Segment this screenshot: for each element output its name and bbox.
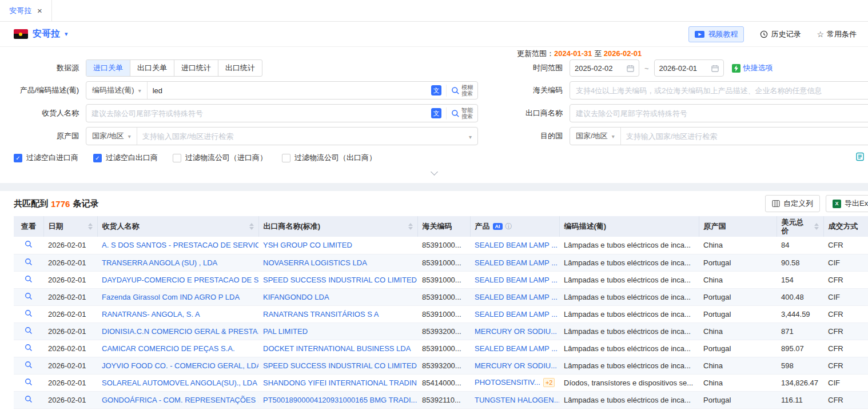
collapse-filter-handle[interactable]	[0, 169, 868, 176]
consignee-link[interactable]: A. S DOS SANTOS - PRESTACAO DE SERVIC...	[97, 237, 258, 254]
cell-description: Lâmpadas e tubos eléctricos de inca...	[559, 288, 699, 305]
destination-country-input[interactable]	[621, 128, 868, 145]
tab-import-declarations[interactable]: 进口关单	[86, 60, 130, 76]
origin-region-select[interactable]: 国家/地区▾	[86, 128, 137, 145]
favorites-button[interactable]: ☆ 常用条件	[817, 29, 857, 39]
history-button[interactable]: 历史记录	[760, 29, 801, 39]
checkbox-filter-blank-exporter[interactable]: ✓ 过滤空白出口商	[93, 153, 158, 163]
exporter-link[interactable]: RANATRANS TRANSITÁRIOS S A	[258, 305, 417, 323]
fuzzy-search-button[interactable]: 模糊搜索	[446, 85, 473, 97]
checkbox-filter-blank-importer[interactable]: ✓ 过滤空白进口商	[14, 153, 78, 163]
exporter-link[interactable]: YSH GROUP CO LIMITED	[258, 237, 417, 254]
exporter-link[interactable]: SPEED SUCCESS INDUSTRIAL CO LIMITED	[258, 357, 417, 374]
view-record-icon[interactable]	[25, 344, 33, 352]
cell-usd-total: 598	[777, 357, 823, 374]
consignee-link[interactable]: RANATRANS- ANGOLA, S. A	[97, 305, 258, 323]
origin-country-input[interactable]	[137, 128, 463, 145]
exporter-link[interactable]: SPEED SUCCESS INDUSTRIAL CO LIMITED	[258, 271, 417, 288]
columns-icon	[772, 200, 780, 208]
page-title: 安哥拉	[33, 28, 60, 40]
product-label: 产品/编码描述(葡)	[14, 85, 86, 95]
product-link[interactable]: SEALED BEAM LAMP ...	[475, 241, 558, 249]
view-record-icon[interactable]	[25, 240, 33, 248]
exporter-link[interactable]: KIFANGONDO LDA	[258, 288, 417, 305]
consignee-link[interactable]: Fazenda Girassol Com IND AGRO P LDA	[97, 288, 258, 305]
table-row: 2026-02-01 RANATRANS- ANGOLA, S. A RANAT…	[14, 305, 868, 323]
view-record-icon[interactable]	[25, 395, 33, 403]
product-link[interactable]: SEALED BEAM LAMP ...	[475, 276, 558, 284]
product-link[interactable]: SEALED BEAM LAMP ...	[475, 258, 558, 267]
view-record-icon[interactable]	[25, 378, 33, 386]
view-record-icon[interactable]	[25, 309, 33, 317]
destination-region-select[interactable]: 国家/地区▾	[570, 128, 621, 145]
quick-options-button[interactable]: 快捷选项	[732, 63, 773, 73]
magnifier-icon	[451, 86, 460, 95]
customize-columns-button[interactable]: 自定义列	[765, 195, 820, 212]
col-usd-total[interactable]: 美元总价	[777, 216, 823, 237]
product-link[interactable]: MERCURY OR SODIU...	[475, 327, 557, 336]
close-icon[interactable]: ×	[37, 6, 42, 15]
view-record-icon[interactable]	[25, 275, 33, 283]
col-exporter[interactable]: 出口商名称(标准)	[258, 216, 417, 237]
checkbox-filter-logistics-exporter[interactable]: 过滤物流公司（出口商）	[282, 153, 376, 163]
exporter-link[interactable]: PAL LIMITED	[258, 323, 417, 340]
product-link[interactable]: MERCURY OR SODIU...	[475, 361, 557, 370]
product-field-select[interactable]: 编码描述(葡)▾	[86, 82, 148, 99]
info-icon[interactable]: ⓘ	[505, 222, 512, 232]
cell-hs-code: 85414000...	[417, 374, 470, 391]
product-link[interactable]: TUNGSTEN HALOGEN...	[475, 396, 559, 404]
tab-import-statistics[interactable]: 进口统计	[174, 60, 218, 76]
consignee-link[interactable]: TRANSERRA ANGOLA (SU) , LDA	[97, 254, 258, 271]
checkbox-filter-logistics-importer[interactable]: 过滤物流公司（进口商）	[173, 153, 267, 163]
end-date-input[interactable]: 2026-02-01	[654, 59, 724, 77]
consignee-link[interactable]: DAYDAYUP-COMERCIO E PRESTACAO DE S...	[97, 271, 258, 288]
exporter-link[interactable]: DOCKET INTERNATIONAL BUSINESS LDA	[258, 340, 417, 357]
cell-hs-code: 85391000...	[417, 237, 470, 254]
view-record-icon[interactable]	[25, 361, 33, 369]
sort-icon[interactable]	[88, 223, 93, 230]
consignee-link[interactable]: DIONISIA.C.N COMERCIO GERAL & PRESTA...	[97, 323, 258, 340]
chevron-down-icon[interactable]: ▾	[65, 30, 68, 38]
checkbox-checked-icon: ✓	[93, 154, 102, 162]
exporter-input[interactable]	[570, 104, 868, 122]
col-consignee[interactable]: 收货人名称	[97, 216, 258, 237]
video-tutorial-button[interactable]: ▶ 视频教程	[688, 26, 744, 42]
save-scheme-icon[interactable]	[855, 152, 865, 163]
sort-icon[interactable]	[814, 223, 819, 230]
product-link[interactable]: PHOTOSENSITIV...	[475, 378, 540, 387]
product-link[interactable]: SEALED BEAM LAMP ...	[475, 310, 558, 319]
consignee-input[interactable]	[86, 105, 431, 122]
product-link[interactable]: SEALED BEAM LAMP ...	[475, 293, 558, 301]
cell-date: 2026-02-01	[43, 288, 97, 305]
view-record-icon[interactable]	[25, 258, 33, 266]
product-link[interactable]: SEALED BEAM LAMP ...	[475, 344, 558, 353]
exporter-link[interactable]: SHANDONG YIFEI INTERNATIONAL TRADIN...	[258, 374, 417, 391]
fuzzy-search-label: 模糊搜索	[461, 84, 473, 97]
hs-code-input[interactable]	[570, 81, 868, 99]
tab-angola[interactable]: 安哥拉 ×	[0, 0, 52, 21]
exporter-link[interactable]: NOVASERRA LOGISTICS LDA	[258, 254, 417, 271]
view-record-icon[interactable]	[25, 327, 33, 335]
sort-icon[interactable]	[249, 223, 254, 230]
tab-export-statistics[interactable]: 出口统计	[218, 60, 262, 76]
start-date-input[interactable]: 2025-02-02	[570, 59, 639, 77]
consignee-link[interactable]: JOYVIO FOOD CO. - COMERCIO GERAL, LDA	[97, 357, 258, 374]
hs-code-label: 海关编码	[478, 85, 570, 95]
smart-search-button[interactable]: 智能搜索	[446, 108, 473, 120]
calendar-icon	[627, 65, 634, 72]
consignee-link[interactable]: CAMICAR COMERCIO DE PEÇAS S.A.	[97, 340, 258, 357]
col-date[interactable]: 日期	[43, 216, 97, 237]
product-search-input[interactable]	[148, 82, 431, 99]
more-products-badge[interactable]: +2	[543, 378, 555, 387]
tab-export-declarations[interactable]: 出口关单	[130, 60, 174, 76]
view-record-icon[interactable]	[25, 292, 33, 300]
sort-icon[interactable]	[408, 223, 413, 230]
translate-icon[interactable]: 文	[431, 85, 441, 95]
consignee-link[interactable]: SOLAREAL AUTOMOVEL ANGOLA(SU)., LDA	[97, 374, 258, 391]
exporter-link[interactable]: PT50018900004120931000165 BMG TRADI...	[258, 391, 417, 408]
consignee-link[interactable]: GONDOÁFRICA - COM. REPRESENTAÇÕES ...	[97, 391, 258, 408]
translate-icon[interactable]: 文	[431, 108, 441, 118]
export-excel-button[interactable]: X 导出Excel	[826, 195, 868, 212]
col-incoterm: 成交方式	[823, 216, 868, 237]
cell-usd-total: 154	[777, 271, 823, 288]
